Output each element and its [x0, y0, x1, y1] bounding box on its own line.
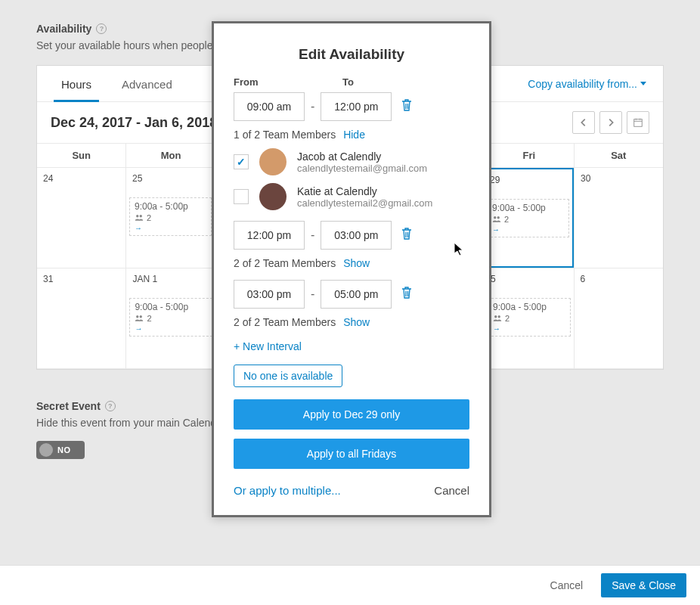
modal-cancel-button[interactable]: Cancel: [434, 484, 469, 497]
availability-slot[interactable]: 9:00a - 5:00p2→: [129, 298, 212, 337]
info-icon: ?: [105, 401, 116, 411]
delete-interval-button[interactable]: [398, 224, 416, 247]
calendar-cell[interactable]: 24: [37, 168, 125, 268]
day-number: 30: [578, 172, 593, 185]
svg-point-7: [497, 216, 500, 219]
chevron-left-icon: [578, 117, 589, 128]
trash-icon: [401, 286, 413, 299]
chevron-right-icon: [606, 117, 616, 128]
svg-point-9: [140, 315, 142, 318]
from-time-input[interactable]: [234, 221, 305, 250]
calendar-icon: [633, 117, 643, 128]
slot-time: 9:00a - 5:00p: [493, 302, 565, 312]
member-checkbox[interactable]: [234, 189, 249, 204]
day-number: 31: [40, 272, 56, 286]
toggle-label: NO: [57, 445, 71, 455]
save-close-button[interactable]: Save & Close: [601, 573, 686, 597]
edit-availability-modal: Edit Availability From To -1 of 2 Team M…: [212, 21, 491, 517]
trash-icon: [401, 227, 413, 240]
slot-arrow-icon: →: [135, 224, 206, 232]
delete-interval-button[interactable]: [398, 95, 416, 118]
slot-count: 2: [147, 213, 151, 222]
to-time-input[interactable]: [321, 280, 392, 309]
no-one-available-button[interactable]: No one is available: [234, 365, 342, 387]
from-time-input[interactable]: [234, 280, 305, 309]
page-footer: Cancel Save & Close: [0, 565, 700, 605]
slot-arrow-icon: →: [492, 225, 564, 234]
calendar-button[interactable]: [627, 111, 649, 134]
calendar-cell[interactable]: JAN 19:00a - 5:00p2→: [125, 268, 215, 368]
prev-button[interactable]: [572, 111, 595, 134]
dash: -: [311, 100, 314, 113]
calendar-cell[interactable]: 31: [37, 268, 125, 368]
to-time-input[interactable]: [321, 221, 392, 250]
to-time-input[interactable]: [321, 92, 392, 121]
delete-interval-button[interactable]: [398, 283, 416, 306]
from-label: From: [234, 76, 305, 88]
day-number: 25: [129, 172, 145, 185]
weekday-header: Sat: [574, 144, 663, 167]
svg-point-8: [137, 315, 139, 318]
members-toggle-link[interactable]: Show: [343, 257, 370, 269]
calendar-cell[interactable]: 299:00a - 5:00p2→: [482, 168, 574, 268]
slot-time: 9:00a - 5:00p: [492, 203, 564, 213]
calendar-cell[interactable]: 259:00a - 5:00p2→: [125, 168, 215, 268]
avatar: [259, 183, 287, 210]
date-range: Dec 24, 2017 - Jan 6, 2018: [51, 115, 217, 131]
svg-point-11: [498, 315, 500, 318]
next-button[interactable]: [599, 111, 622, 134]
trash-icon: [401, 98, 413, 112]
weekday-header: Fri: [484, 144, 573, 167]
slot-count: 2: [147, 314, 151, 323]
secret-event-toggle[interactable]: NO: [36, 441, 85, 459]
members-toggle-link[interactable]: Show: [343, 316, 370, 328]
member-checkbox[interactable]: [234, 154, 249, 169]
calendar-cell[interactable]: 6: [574, 268, 663, 368]
slot-count: 2: [504, 215, 509, 224]
page-cancel-button[interactable]: Cancel: [546, 573, 588, 597]
slot-arrow-icon: →: [135, 324, 206, 333]
apply-all-button[interactable]: Apply to all Fridays: [234, 439, 469, 469]
availability-slot[interactable]: 9:00a - 5:00p2→: [488, 298, 570, 337]
day-number: 6: [578, 272, 589, 286]
calendar-cell[interactable]: 59:00a - 5:00p2→: [484, 268, 573, 368]
people-icon: [135, 315, 144, 322]
member-email: calendlytestemail@gmail.com: [297, 163, 427, 174]
dash: -: [311, 287, 314, 301]
people-icon: [493, 315, 502, 322]
members-count-text: 1 of 2 Team Members: [234, 129, 336, 141]
members-count-text: 2 of 2 Team Members: [234, 316, 336, 328]
people-icon: [135, 214, 144, 222]
from-time-input[interactable]: [234, 92, 305, 121]
to-label: To: [342, 76, 354, 88]
svg-point-4: [136, 215, 138, 217]
info-icon: ?: [96, 23, 107, 34]
team-member-row: Jacob at Calendlycalendlytestemail@gmail…: [234, 148, 469, 175]
slot-count: 2: [505, 314, 510, 323]
availability-slot[interactable]: 9:00a - 5:00p2→: [487, 199, 569, 237]
member-email: calendlytestemail2@gmail.com: [297, 197, 432, 209]
weekday-header: Mon: [125, 144, 215, 167]
chevron-down-icon: [640, 82, 646, 85]
copy-availability-link[interactable]: Copy availability from...: [528, 67, 646, 101]
svg-point-6: [494, 216, 496, 219]
tab-hours[interactable]: Hours: [54, 66, 99, 101]
slot-time: 9:00a - 5:00p: [135, 302, 206, 312]
slot-arrow-icon: →: [493, 324, 565, 333]
apply-multiple-link[interactable]: Or apply to multiple...: [234, 484, 341, 497]
svg-point-10: [494, 315, 497, 318]
toggle-knob: [39, 443, 53, 457]
members-count-text: 2 of 2 Team Members: [234, 257, 336, 269]
day-number: JAN 1: [129, 272, 160, 286]
dash: -: [311, 228, 314, 242]
people-icon: [492, 216, 501, 223]
members-toggle-link[interactable]: Hide: [343, 129, 365, 141]
svg-rect-0: [634, 119, 643, 127]
tab-advanced[interactable]: Advanced: [114, 66, 180, 101]
new-interval-link[interactable]: + New Interval: [234, 340, 469, 352]
team-member-row: Katie at Calendlycalendlytestemail2@gmai…: [234, 183, 469, 210]
svg-point-5: [140, 215, 142, 217]
apply-single-button[interactable]: Apply to Dec 29 only: [234, 399, 469, 430]
availability-slot[interactable]: 9:00a - 5:00p2→: [129, 197, 212, 236]
calendar-cell[interactable]: 30: [574, 168, 663, 268]
